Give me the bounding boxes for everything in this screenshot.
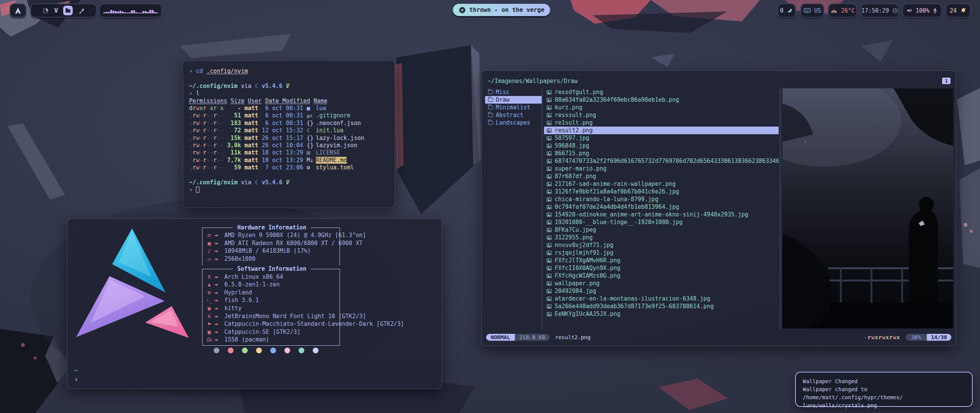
file-row[interactable]: 596848.jpg (544, 142, 779, 150)
keyboard-layout-module[interactable]: US (800, 3, 824, 18)
file-row[interactable]: 5a266e448add93deab367d87173e9f25-6837886… (544, 302, 779, 310)
file-row[interactable]: FXfcHgcWIAMzs0G.png (544, 272, 779, 280)
updates-module[interactable]: 24 (946, 3, 971, 18)
notification-body: Wallpaper changed to /home/matt/.config/… (803, 385, 965, 410)
file-row[interactable]: EeNKYgIUcAAJ5JX.png (544, 310, 779, 318)
wm-icon: ⊞ (204, 289, 214, 296)
volume-module[interactable]: 100% (902, 3, 942, 18)
file-row[interactable]: chica-mirando-la-luna-8799.jpg (544, 195, 779, 203)
file-name: 20492984.jpg (555, 288, 596, 294)
file-name: 19201080-__blue-tinge__-1920×1080.jpg (555, 219, 683, 226)
fetch-value: kitty (224, 305, 242, 312)
mail-module[interactable]: 0 (777, 3, 796, 18)
cursor-position: 14/38 (927, 334, 951, 341)
sidebar-item-abstract[interactable]: Abstract (485, 111, 542, 119)
arrow-icon: → (214, 273, 224, 280)
arrow-icon: → (214, 255, 224, 262)
tab-indicator[interactable]: 1 (942, 78, 951, 84)
file-row[interactable]: kurz.png (544, 104, 779, 111)
file-row[interactable]: 3126f7e9bbf21a8a4af0b67b041c6e26.jpg (544, 188, 779, 195)
files-workspace-icon-active[interactable] (63, 6, 73, 15)
file-row[interactable]: wallpaper.png (544, 280, 779, 287)
image-file-icon (547, 136, 552, 140)
file-name: 68747470733a2f2f696d616765732d7769786d70… (555, 158, 779, 164)
file-row[interactable]: 3122955.png (544, 234, 779, 241)
image-file-icon (547, 281, 552, 286)
arrow-icon: → (214, 305, 224, 312)
file-row[interactable]: atardecer-en-la-montanas-ilustracion-634… (544, 295, 779, 302)
palette-dot (228, 348, 234, 353)
file-row[interactable]: 8FKa7Cu.jpeg (544, 226, 779, 234)
image-file-icon (547, 90, 552, 94)
paintbrush-workspace-icon[interactable] (78, 7, 85, 14)
sidebar-item-label: Landscapes (496, 119, 530, 126)
file-row[interactable]: rsjqojlmjhf91.jpg (544, 249, 779, 257)
sidebar-item-landscapes[interactable]: Landscapes (485, 119, 542, 127)
terminal-color-palette (214, 348, 318, 353)
rainbow-icon (830, 8, 838, 13)
image-file-icon (547, 113, 552, 117)
file-manager-window[interactable]: ~/Imagenes/Wallpapers/Draw 1 MiscDrawMin… (481, 70, 956, 346)
folder-icon (488, 90, 493, 94)
terminal-output: › cd .config/nvim ~/.config/nvim via ☾ v… (189, 68, 389, 194)
file-row[interactable]: 0c794faf07de24a4db4d4fb1eb813964.jpg (544, 203, 779, 211)
vim-workspace-icon[interactable]: V (54, 7, 58, 14)
audio-visualizer-widget[interactable] (99, 3, 162, 18)
file-row[interactable]: re1sult.png (544, 119, 779, 127)
file-name: 87r687df.png (555, 173, 596, 180)
fetch-value: 10948MiB / 64183MiB (17%) (224, 247, 311, 254)
palette-dot (284, 348, 290, 353)
sidebar-item-minimalist[interactable]: Minimalist (485, 104, 542, 111)
fastfetch-window[interactable]: Hardware Information ⊡→AMD Ryzen 9 5900X… (67, 218, 442, 389)
file-row[interactable]: ressdfgult.png (544, 88, 779, 96)
file-name: 587597.jpg (555, 135, 589, 141)
clock-module[interactable]: 17:50:29 (861, 3, 899, 18)
image-file-icon (547, 312, 552, 316)
volume-value: 100% (916, 7, 929, 14)
file-row[interactable]: FXfcJlTXgAMvH6R.png (544, 257, 779, 264)
app-launcher-button[interactable] (10, 3, 26, 18)
file-row[interactable]: 587597.jpg (544, 134, 779, 142)
weather-module[interactable]: 26°C (828, 3, 857, 18)
selected-filename: result2.png (555, 334, 591, 340)
file-row[interactable]: 19201080-__blue-tinge__-1920×1080.jpg (544, 218, 779, 226)
firefox-workspace-icon[interactable] (42, 7, 49, 14)
arrow-icon: → (214, 297, 224, 304)
terminal-window[interactable]: › cd .config/nvim ~/.config/nvim via ☾ v… (183, 60, 395, 208)
file-row[interactable]: 866715.png (544, 150, 779, 157)
file-list: ressdfgult.png08a634fa02a32364f69ebc86a9… (544, 88, 779, 318)
folder-icon (488, 106, 493, 109)
parent-directory-list: MiscDrawMinimalistAbstractLandscapes (485, 88, 542, 127)
file-row[interactable]: FXfcII0X0AQyn9X.png (544, 264, 779, 272)
file-row[interactable]: super-mario.png (544, 165, 779, 172)
image-file-icon (547, 228, 552, 232)
file-name: kurz.png (555, 104, 582, 111)
file-row[interactable]: nnvuv0xj2df71.jpg (544, 241, 779, 249)
spotify-now-playing-widget[interactable]: thrown - on the verge (453, 4, 550, 16)
current-path: ~/Imagenes/Wallpapers/Draw (488, 78, 578, 85)
file-row[interactable]: 87r687df.png (544, 172, 779, 180)
palette-dot (214, 348, 219, 353)
packages-icon: ᗣ (204, 337, 214, 343)
file-row[interactable]: result2.png (544, 127, 779, 134)
image-file-icon (547, 144, 552, 148)
now-playing-text: thrown - on the verge (469, 7, 544, 13)
file-row[interactable]: 217167-sad-anime-rain-wallpaper.png (544, 180, 779, 188)
keyboard-icon (804, 8, 811, 13)
fetch-value: 1558 (pacman) (224, 336, 269, 343)
microphone-icon (932, 8, 938, 14)
image-file-icon (547, 274, 552, 278)
file-row[interactable]: resssult.png (544, 111, 779, 119)
file-row[interactable]: 08a634fa02a32364f69ebc86a98eb1eb.png (544, 96, 779, 104)
os-icon: Λ (204, 274, 214, 280)
file-row[interactable]: 154928-odinokoe_anime-art-anime-okno-sin… (544, 211, 779, 218)
sidebar-item-misc[interactable]: Misc (485, 88, 542, 96)
notification-popup[interactable]: Wallpaper Changed Wallpaper changed to /… (795, 372, 973, 407)
file-row[interactable]: 68747470733a2f2f696d616765732d7769786d70… (544, 157, 779, 165)
image-file-icon (547, 243, 552, 247)
fetch-info: Hardware Information ⊡→AMD Ryzen 9 5900X… (202, 224, 439, 346)
sidebar-item-draw[interactable]: Draw (485, 96, 542, 104)
palette-dot (256, 348, 262, 353)
image-file-icon (547, 98, 552, 102)
file-row[interactable]: 20492984.jpg (544, 287, 779, 295)
